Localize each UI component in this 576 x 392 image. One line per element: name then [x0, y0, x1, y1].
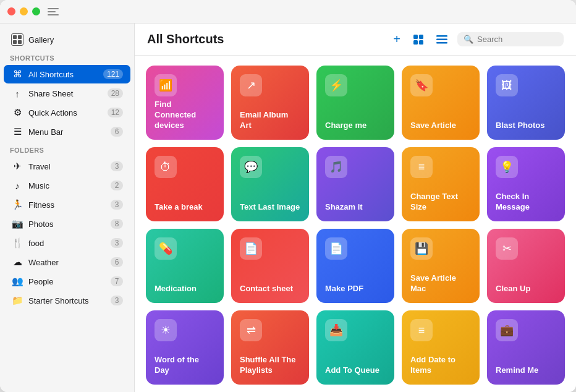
sidebar-item-fitness[interactable]: 🏃 Fitness 3 [4, 195, 130, 214]
shortcut-name: Save Article [410, 121, 471, 131]
shortcut-card[interactable]: 📶 Find Connected devices [146, 66, 224, 140]
list-view-button[interactable] [434, 33, 450, 46]
page-title: All Shortcuts [147, 32, 391, 46]
shortcut-icon: 💬 [240, 156, 262, 178]
shortcut-name: Email Album Art [240, 110, 300, 131]
weather-count: 6 [111, 257, 123, 267]
sidebar-item-travel[interactable]: ✈ Travel 3 [4, 157, 130, 176]
share-sheet-label: Share Sheet [28, 89, 108, 98]
quick-actions-count: 12 [108, 108, 123, 117]
shortcut-name: Remind Me [496, 365, 556, 376]
travel-count: 3 [111, 161, 123, 171]
travel-label: Travel [28, 162, 111, 171]
shortcut-card[interactable]: 🔖 Save Article [402, 66, 480, 140]
sidebar-item-music[interactable]: ♪ Music 2 [4, 176, 130, 195]
sidebar-item-gallery[interactable]: Gallery [4, 30, 130, 49]
menu-bar-icon: ☰ [11, 126, 23, 138]
gallery-icon [11, 33, 23, 46]
shortcut-name: Change Text Size [410, 192, 471, 213]
main-window: Gallery Shortcuts ⌘ All Shortcuts 121 ↑ … [0, 0, 576, 392]
shortcut-name: Make PDF [325, 284, 386, 294]
shortcut-icon: ⏱ [155, 156, 177, 178]
shortcuts-section-label: Shortcuts [0, 49, 134, 64]
travel-icon: ✈ [11, 160, 23, 173]
food-icon: 🍴 [11, 237, 23, 249]
sidebar: Gallery Shortcuts ⌘ All Shortcuts 121 ↑ … [0, 23, 135, 392]
svg-rect-3 [419, 40, 423, 45]
shortcut-card[interactable]: ✂ Clean Up [487, 229, 565, 303]
shortcut-icon: 🎵 [325, 156, 347, 178]
sidebar-item-all-shortcuts[interactable]: ⌘ All Shortcuts 121 [4, 65, 130, 83]
svg-rect-2 [413, 40, 418, 45]
add-shortcut-button[interactable]: + [391, 30, 403, 49]
traffic-lights [7, 7, 40, 15]
shortcut-card[interactable]: ≡ Change Text Size [402, 147, 480, 221]
shortcut-card[interactable]: 🖼 Blast Photos [487, 66, 565, 140]
starter-icon: 📁 [11, 294, 23, 307]
titlebar [0, 0, 576, 23]
shortcut-icon: 📶 [155, 74, 177, 96]
shortcut-icon: ≡ [410, 156, 433, 178]
shortcut-name: Clean Up [496, 284, 556, 294]
shortcut-icon: 🔖 [410, 74, 433, 96]
shortcut-icon: 💊 [155, 237, 177, 260]
shortcut-name: Shazam it [325, 202, 386, 213]
shortcut-card[interactable]: ↗ Email Album Art [231, 66, 309, 140]
sidebar-item-food[interactable]: 🍴 food 3 [4, 234, 130, 252]
share-sheet-count: 28 [108, 88, 123, 98]
shortcut-icon: ≡ [410, 319, 433, 341]
sidebar-item-starter[interactable]: 📁 Starter Shortcuts 3 [4, 291, 130, 310]
sidebar-item-menu-bar[interactable]: ☰ Menu Bar 6 [4, 122, 130, 141]
food-label: food [28, 239, 111, 248]
header-actions: + [391, 30, 564, 49]
shortcut-icon: 🖼 [496, 74, 518, 96]
food-count: 3 [111, 238, 123, 248]
sidebar-item-people[interactable]: 👥 People 7 [4, 272, 130, 291]
shortcut-name: Add Date to Items [410, 355, 471, 376]
sidebar-item-quick-actions[interactable]: ⚙ Quick Actions 12 [4, 103, 130, 122]
music-label: Music [28, 181, 111, 190]
list-view-icon [436, 35, 447, 44]
maximize-button[interactable] [32, 7, 40, 15]
shortcut-name: Word of the Day [155, 355, 215, 376]
shortcut-card[interactable]: ⚡ Charge me [316, 66, 394, 140]
shortcut-card[interactable]: ⇌ Shuffle All The Playlists [231, 310, 309, 385]
sidebar-item-photos[interactable]: 📷 Photos 8 [4, 215, 130, 233]
sidebar-item-weather[interactable]: ☁ Weather 6 [4, 253, 130, 271]
shortcut-card[interactable]: 💬 Text Last Image [231, 147, 309, 221]
shortcut-card[interactable]: ≡ Add Date to Items [402, 310, 480, 385]
shortcut-card[interactable]: 🎵 Shazam it [316, 147, 394, 221]
search-input[interactable] [477, 35, 557, 44]
sidebar-item-share-sheet[interactable]: ↑ Share Sheet 28 [4, 84, 130, 103]
grid-view-button[interactable] [410, 32, 426, 48]
folders-section-label: Folders [0, 142, 134, 156]
close-button[interactable] [7, 7, 15, 15]
all-shortcuts-icon: ⌘ [11, 68, 23, 80]
shortcut-name: Check In Message [496, 192, 556, 213]
svg-rect-0 [413, 35, 418, 39]
sidebar-toggle-button[interactable] [48, 8, 59, 15]
shortcut-card[interactable]: 📥 Add To Queue [316, 310, 394, 385]
music-count: 2 [111, 181, 123, 190]
shortcut-card[interactable]: 📄 Contact sheet [231, 229, 309, 303]
content-area: Gallery Shortcuts ⌘ All Shortcuts 121 ↑ … [0, 23, 576, 392]
shortcut-card[interactable]: 💊 Medication [146, 229, 224, 303]
shortcut-card[interactable]: ⏱ Take a break [146, 147, 224, 221]
people-count: 7 [111, 276, 123, 286]
svg-rect-5 [436, 38, 447, 40]
shortcut-card[interactable]: 💾 Save Article Mac [402, 229, 480, 303]
shortcut-icon: 📄 [325, 237, 347, 260]
svg-rect-1 [419, 35, 423, 39]
shortcut-name: Find Connected devices [155, 100, 215, 131]
shortcut-card[interactable]: 💼 Remind Me [487, 310, 565, 385]
shortcut-card[interactable]: ☀ Word of the Day [146, 310, 224, 385]
shortcut-name: Take a break [155, 202, 215, 213]
shortcut-name: Blast Photos [496, 121, 556, 131]
weather-label: Weather [28, 258, 111, 267]
shortcut-icon: ⇌ [240, 319, 262, 341]
shortcut-card[interactable]: 📄 Make PDF [316, 229, 394, 303]
minimize-button[interactable] [20, 7, 28, 15]
fitness-label: Fitness [28, 200, 111, 210]
starter-count: 3 [111, 296, 123, 305]
shortcut-card[interactable]: 💡 Check In Message [487, 147, 565, 221]
